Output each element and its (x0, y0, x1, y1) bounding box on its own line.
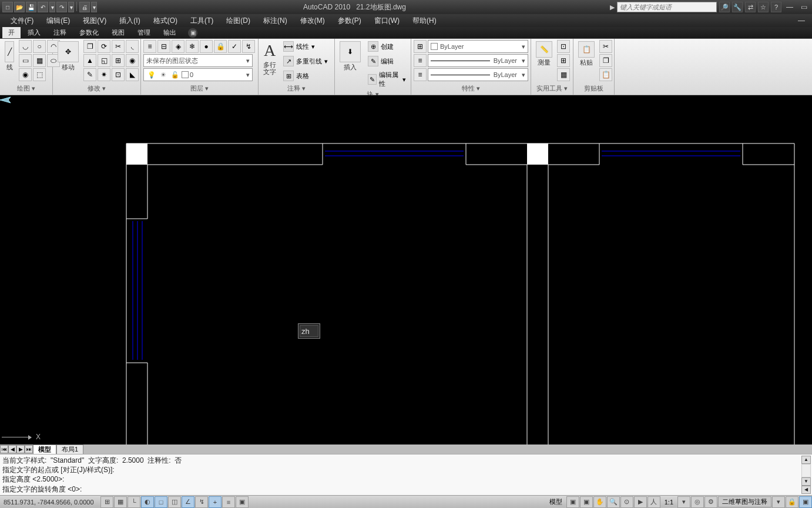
annoautoscale-icon[interactable]: ⚙ (704, 496, 717, 508)
zoom-icon[interactable]: 🔍 (607, 496, 620, 508)
linear-dim-button[interactable]: ⟷线性 ▾ (281, 40, 330, 53)
layer-off-icon[interactable]: ● (200, 40, 213, 53)
menu-tools[interactable]: 工具(T) (184, 15, 219, 27)
rectangle-icon[interactable]: ▭ (19, 54, 32, 67)
pan-icon[interactable]: ✋ (593, 496, 606, 508)
layer-match-icon[interactable]: ↯ (242, 40, 255, 53)
menu-file[interactable]: 文件(F) (5, 15, 39, 27)
toolbar-lock-icon[interactable]: 🔒 (786, 496, 798, 508)
workspace-label[interactable]: 二维草图与注释 (718, 496, 771, 507)
redo-icon[interactable]: ↷ (56, 2, 67, 12)
new-file-icon[interactable]: □ (2, 2, 13, 12)
scroll-track[interactable] (801, 464, 811, 477)
dyn-icon[interactable]: + (209, 496, 222, 508)
scroll-left-icon[interactable]: ◀ (801, 486, 811, 494)
annoscale-icon[interactable]: 人 (647, 496, 660, 508)
scale-icon[interactable]: ◱ (98, 54, 110, 67)
select-all-icon[interactable]: ⊡ (557, 40, 570, 53)
search-input[interactable] (617, 2, 717, 12)
offset-icon[interactable]: ◉ (126, 54, 139, 67)
ducs-icon[interactable]: ↯ (195, 496, 208, 508)
undo-icon[interactable]: ↶ (38, 2, 48, 12)
menu-insert[interactable]: 插入(I) (113, 15, 146, 27)
save-icon[interactable]: 💾 (26, 2, 36, 12)
panel-utilities-title[interactable]: 实用工具 ▾ (533, 83, 571, 93)
ribbon-tab-output[interactable]: 输出 (157, 27, 182, 38)
qp-icon[interactable]: ▣ (236, 496, 249, 508)
copy-icon[interactable]: ❐ (83, 40, 96, 53)
undo-dropdown-icon[interactable]: ▾ (49, 2, 55, 12)
tab-layout1[interactable]: 布局1 (56, 444, 83, 454)
dynamic-input-field[interactable] (300, 325, 318, 337)
tab-scroll-next-icon[interactable]: ▶ (16, 445, 25, 453)
ribbon-tab-insert[interactable]: 插入 (22, 27, 46, 38)
layer-prop-icon[interactable]: ≡ (143, 40, 156, 53)
layer-iso-icon[interactable]: ◈ (172, 40, 184, 53)
showmotion-icon[interactable]: ▶ (634, 496, 647, 508)
annovisibility-icon[interactable]: ◎ (691, 496, 704, 508)
exchange-icon[interactable]: ⇄ (745, 2, 756, 12)
line-button[interactable]: ╱ 线 (2, 40, 16, 72)
snap-mode-icon[interactable]: ⊞ (100, 496, 113, 508)
copy-clip-icon[interactable]: ❐ (599, 54, 612, 67)
ribbon-help-icon[interactable]: ▣ (188, 28, 197, 38)
steering-wheel-icon[interactable]: ⊙ (620, 496, 633, 508)
minimize-button[interactable]: — (784, 2, 796, 12)
redo-dropdown-icon[interactable]: ▾ (68, 2, 74, 12)
grid-icon[interactable]: ▦ (114, 496, 127, 508)
match-props-icon[interactable]: ⊞ (414, 40, 427, 53)
model-space-label[interactable]: 模型 (546, 497, 566, 506)
menu-edit[interactable]: 编辑(E) (41, 15, 76, 27)
chamfer-icon[interactable]: ◣ (126, 68, 139, 81)
scroll-up-icon[interactable]: ▲ (801, 456, 811, 464)
panel-props-title[interactable]: 特性 ▾ (414, 83, 528, 93)
lwt-icon[interactable]: ≡ (222, 496, 235, 508)
clean-screen-icon[interactable]: ▣ (799, 496, 812, 508)
mirror-icon[interactable]: ▲ (83, 54, 96, 67)
scale-label[interactable]: 1:1 (661, 499, 677, 506)
tab-scroll-prev-icon[interactable]: ◀ (8, 445, 16, 453)
tab-scroll-first-icon[interactable]: ⏮ (0, 445, 8, 453)
otrack-icon[interactable]: ∠ (182, 496, 194, 508)
doc-minimize-icon[interactable]: — (796, 15, 807, 26)
cut-icon[interactable]: ✂ (599, 40, 612, 53)
annoscale-dropdown-icon[interactable]: ▾ (677, 496, 690, 508)
quickview-layouts-icon[interactable]: ▣ (566, 496, 579, 508)
stretch-icon[interactable]: ⊡ (112, 68, 125, 81)
menu-draw[interactable]: 绘图(D) (220, 15, 256, 27)
open-file-icon[interactable]: 📂 (14, 2, 25, 12)
menu-help[interactable]: 帮助(H) (407, 15, 442, 27)
ribbon-tab-view[interactable]: 视图 (106, 27, 130, 38)
rotate-icon[interactable]: ⟳ (98, 40, 110, 53)
star-icon[interactable]: ☆ (758, 2, 769, 12)
tab-scroll-last-icon[interactable]: ⏭ (25, 445, 33, 453)
panel-draw-title[interactable]: 绘图 ▾ (2, 83, 50, 93)
menu-param[interactable]: 参数(P) (332, 15, 367, 27)
menu-view[interactable]: 视图(V) (77, 15, 112, 27)
region-icon[interactable]: ⬚ (33, 68, 46, 81)
layer-states-icon[interactable]: ⊟ (157, 40, 170, 53)
paste-button[interactable]: 📋 粘贴 (576, 40, 597, 67)
menu-format[interactable]: 格式(O) (147, 15, 183, 27)
fillet-icon[interactable]: ◟ (126, 40, 139, 53)
block-editattr-button[interactable]: ✎编辑属性 ▾ (365, 69, 408, 89)
layer-freeze-icon[interactable]: ❄ (186, 40, 199, 53)
lineweight-icon[interactable]: ≡ (414, 54, 427, 67)
polyline-icon[interactable]: ◡ (19, 40, 32, 53)
layer-combo[interactable]: 💡 ☀ 🔓 0 (143, 68, 253, 81)
erase-icon[interactable]: ✎ (83, 68, 96, 81)
paste-special-icon[interactable]: 📋 (599, 68, 612, 81)
block-edit-button[interactable]: ✎编辑 (365, 55, 408, 68)
ribbon-tab-manage[interactable]: 管理 (132, 27, 156, 38)
workspace-dropdown-icon[interactable]: ▾ (772, 496, 785, 508)
measure-button[interactable]: 📏 测量 (533, 40, 555, 67)
polar-icon[interactable]: ◐ (141, 496, 154, 508)
trim-icon[interactable]: ✂ (112, 40, 125, 53)
quickview-drawings-icon[interactable]: ▣ (580, 496, 593, 508)
binoculars-icon[interactable]: 🔎 (719, 2, 730, 12)
layer-lock-icon[interactable]: 🔒 (214, 40, 227, 53)
table-button[interactable]: ⊞表格 (281, 69, 330, 82)
ribbon-tab-annotate[interactable]: 注释 (48, 27, 72, 38)
linetype-icon[interactable]: ≡ (414, 68, 427, 81)
scroll-down-icon[interactable]: ▼ (801, 477, 811, 486)
